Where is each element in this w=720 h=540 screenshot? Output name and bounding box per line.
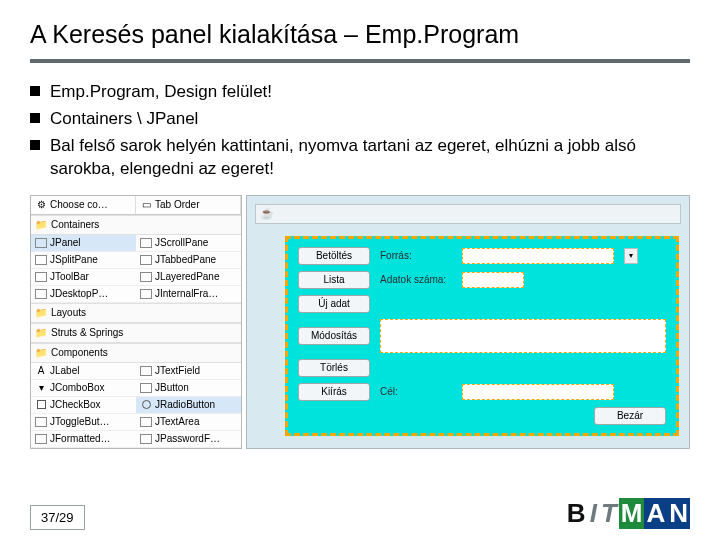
- bullet-item: Containers \ JPanel: [30, 108, 690, 131]
- logo-letter: T: [599, 498, 619, 529]
- bullet-marker: [30, 140, 40, 150]
- item-label: JTabbedPane: [155, 254, 216, 265]
- palette-category[interactable]: Struts & Springs: [31, 323, 241, 343]
- bullet-item: Bal felső sarok helyén kattintani, nyomv…: [30, 135, 690, 181]
- panel-icon: [140, 272, 152, 282]
- delete-button[interactable]: Törlés: [298, 359, 370, 377]
- form-row: Betöltés Forrás: ▾: [298, 247, 666, 265]
- palette-item[interactable]: JToggleBut…: [31, 414, 136, 431]
- palette-item[interactable]: JToolBar: [31, 269, 136, 286]
- item-label: JPasswordF…: [155, 433, 220, 444]
- slide-title: A Keresés panel kialakítása – Emp.Progra…: [30, 20, 690, 55]
- component-palette: ⚙Choose co… ▭Tab Order Containers JPanel…: [30, 195, 242, 449]
- combo-icon: ▾: [35, 382, 47, 394]
- palette-category[interactable]: Components: [31, 343, 241, 363]
- write-button[interactable]: Kiírás: [298, 383, 370, 401]
- screenshot-area: ⚙Choose co… ▭Tab Order Containers JPanel…: [30, 195, 690, 449]
- footer: 37/29: [30, 508, 85, 526]
- item-label: JFormatted…: [50, 433, 111, 444]
- folder-icon: [35, 347, 47, 359]
- bullet-marker: [30, 86, 40, 96]
- bullet-marker: [30, 113, 40, 123]
- palette-item[interactable]: ▾JComboBox: [31, 380, 136, 397]
- load-button[interactable]: Betöltés: [298, 247, 370, 265]
- bitman-logo: B I T M A N: [565, 498, 690, 529]
- item-label: JInternalFra…: [155, 288, 218, 299]
- tab-icon: ▭: [140, 199, 152, 211]
- palette-header: ⚙Choose co… ▭Tab Order: [31, 196, 241, 215]
- form-row: Módosítás: [298, 319, 666, 353]
- palette-item[interactable]: JTextArea: [136, 414, 241, 431]
- item-label: JCheckBox: [50, 399, 101, 410]
- bullet-list: Emp.Program, Design felület! Containers …: [30, 81, 690, 181]
- bullet-text: Containers \ JPanel: [50, 108, 690, 131]
- palette-item[interactable]: JSplitPane: [31, 252, 136, 269]
- panel-icon: [35, 289, 47, 299]
- folder-icon: [35, 327, 47, 339]
- chevron-down-icon[interactable]: ▾: [624, 248, 638, 264]
- folder-icon: [35, 219, 47, 231]
- palette-item[interactable]: JLayeredPane: [136, 269, 241, 286]
- form-row: Törlés: [298, 359, 666, 377]
- page-number: 37/29: [30, 505, 85, 530]
- source-label: Forrás:: [380, 250, 452, 261]
- item-label: JPanel: [50, 237, 81, 248]
- item-label: JSplitPane: [50, 254, 98, 265]
- logo-letter: N: [667, 498, 690, 529]
- logo-letter: A: [644, 498, 667, 529]
- palette-item[interactable]: JRadioButton: [136, 397, 241, 414]
- palette-item[interactable]: JCheckBox: [31, 397, 136, 414]
- modify-button[interactable]: Módosítás: [298, 327, 370, 345]
- form-row: Kiírás Cél:: [298, 383, 666, 401]
- textfield-icon: [140, 366, 152, 376]
- item-label: JToolBar: [50, 271, 89, 282]
- palette-item[interactable]: JTabbedPane: [136, 252, 241, 269]
- panel-icon: [35, 272, 47, 282]
- palette-item[interactable]: JFormatted…: [31, 431, 136, 448]
- item-label: JLayeredPane: [155, 271, 220, 282]
- count-field[interactable]: [462, 272, 524, 288]
- palette-item[interactable]: JPasswordF…: [136, 431, 241, 448]
- panel-icon: [140, 289, 152, 299]
- canvas-toolbar: ☕: [255, 204, 681, 224]
- category-label: Layouts: [51, 307, 86, 318]
- item-label: JDesktopP…: [50, 288, 108, 299]
- label-icon: A: [35, 365, 47, 377]
- form-row: Lista Adatok száma:: [298, 271, 666, 289]
- panel-icon: [140, 238, 152, 248]
- radio-icon: [142, 400, 151, 409]
- button-icon: [140, 383, 152, 393]
- new-button[interactable]: Új adat: [298, 295, 370, 313]
- palette-item[interactable]: JDesktopP…: [31, 286, 136, 303]
- palette-item[interactable]: JInternalFra…: [136, 286, 241, 303]
- category-label: Containers: [51, 219, 99, 230]
- palette-item-jpanel[interactable]: JPanel: [31, 235, 136, 252]
- panel-icon: [35, 255, 47, 265]
- palette-item[interactable]: AJLabel: [31, 363, 136, 380]
- toggle-icon: [35, 417, 47, 427]
- logo-letter: I: [588, 498, 599, 529]
- close-button[interactable]: Bezár: [594, 407, 666, 425]
- item-label: JComboBox: [50, 382, 104, 393]
- source-field[interactable]: [462, 248, 614, 264]
- logo-letter: B: [565, 498, 588, 529]
- target-field[interactable]: [462, 384, 614, 400]
- palette-tab[interactable]: ⚙Choose co…: [31, 196, 136, 214]
- text-area[interactable]: [380, 319, 666, 353]
- palette-category[interactable]: Layouts: [31, 303, 241, 323]
- list-button[interactable]: Lista: [298, 271, 370, 289]
- palette-category[interactable]: Containers: [31, 215, 241, 235]
- palette-item[interactable]: JScrollPane: [136, 235, 241, 252]
- jpanel-selection[interactable]: Betöltés Forrás: ▾ Lista Adatok száma: Ú…: [285, 236, 679, 436]
- textarea-icon: [140, 417, 152, 427]
- design-canvas[interactable]: ☕ Betöltés Forrás: ▾ Lista Adatok száma:…: [246, 195, 690, 449]
- palette-item[interactable]: JTextField: [136, 363, 241, 380]
- item-label: JToggleBut…: [50, 416, 109, 427]
- palette-tab[interactable]: ▭Tab Order: [136, 196, 241, 214]
- checkbox-icon: [37, 400, 46, 409]
- palette-item[interactable]: JButton: [136, 380, 241, 397]
- form-row: Bezár: [298, 407, 666, 425]
- category-label: Struts & Springs: [51, 327, 123, 338]
- count-label: Adatok száma:: [380, 274, 452, 285]
- item-label: JButton: [155, 382, 189, 393]
